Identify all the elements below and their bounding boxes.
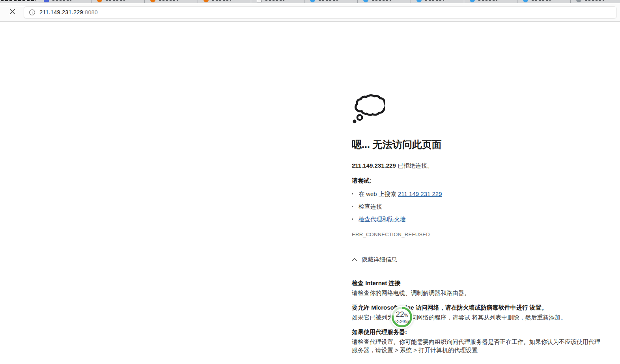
tab-title-sliver: [1, 0, 36, 1]
tab-title-sliver: [585, 0, 604, 1]
tab-title-sliver: [478, 0, 497, 1]
browser-tab-sliver[interactable]: [0, 0, 38, 3]
detail-body-firewall: 如果它已被列为允许访问网络的程序，请尝试 将其从列表中删除，然后重新添加。: [352, 313, 603, 321]
favicon-blue-square-icon: [44, 0, 49, 2]
suggestion-text: 在 web 上搜索 211 149 231 229: [359, 190, 442, 198]
bullet-icon: [352, 206, 353, 207]
download-progress-content: 22% ↑0.04K/s: [394, 309, 410, 325]
browser-tab-sliver[interactable]: [517, 0, 571, 3]
browser-tab-sliver[interactable]: [92, 0, 145, 3]
hide-details-button[interactable]: 隐藏详细信息: [352, 256, 397, 263]
detail-body-internet: 请检查你的网络电缆、调制解调器和路由器。: [352, 289, 603, 297]
tab-title-sliver: [425, 0, 444, 1]
tab-title-sliver: [532, 0, 551, 1]
suggestion-check-proxy: 检查代理和防火墙: [352, 215, 406, 223]
favicon-blue-icon: [310, 0, 315, 2]
url-port: :8080: [83, 9, 98, 15]
favicon-orange-icon: [204, 0, 209, 2]
stop-loading-button[interactable]: [6, 6, 19, 19]
suggestion-search-web: 在 web 上搜索 211 149 231 229: [352, 190, 442, 198]
bullet-icon: [352, 218, 353, 220]
tab-title-sliver: [106, 0, 125, 1]
browser-tab-sliver[interactable]: [251, 0, 304, 3]
browser-tab-sliver[interactable]: [145, 0, 198, 3]
x-icon: [9, 8, 16, 16]
favicon-blue-icon: [363, 0, 368, 2]
tab-title-sliver: [265, 0, 284, 1]
thought-cloud-icon: [352, 93, 385, 126]
tab-title-sliver: [159, 0, 178, 1]
download-speed: ↑0.04K/s: [395, 319, 409, 324]
hide-details-label: 隐藏详细信息: [362, 256, 397, 263]
browser-toolbar: 211.149.231.229:8080: [0, 3, 620, 22]
bullet-icon: [352, 193, 353, 194]
site-info-icon[interactable]: [29, 9, 35, 16]
browser-tab-sliver[interactable]: [571, 0, 620, 3]
tab-strip: [0, 0, 620, 3]
browser-tab-sliver[interactable]: [38, 0, 92, 3]
tab-title-sliver: [372, 0, 391, 1]
error-subtitle: 211.149.231.229 已拒绝连接。: [352, 162, 433, 170]
suggestion-text: 检查连接: [359, 202, 382, 211]
favicon-orange-icon: [97, 0, 102, 2]
tab-title-sliver: [212, 0, 231, 1]
detail-heading-internet: 检查 Internet 连接: [352, 279, 400, 287]
browser-tab-sliver[interactable]: [464, 0, 517, 3]
error-title: 嗯... 无法访问此页面: [352, 139, 442, 150]
favicon-blue-icon: [523, 0, 528, 2]
browser-tab-sliver[interactable]: [358, 0, 411, 3]
suggestion-check-connection: 检查连接: [352, 202, 382, 211]
check-proxy-firewall-link[interactable]: 检查代理和防火墙: [359, 215, 406, 223]
refused-text: 已拒绝连接。: [396, 162, 433, 169]
tab-title-sliver: [319, 0, 338, 1]
favicon-gray-doc-icon: [257, 0, 262, 2]
address-bar[interactable]: 211.149.231.229:8080: [24, 6, 617, 19]
favicon-blue-icon: [470, 0, 475, 2]
download-progress-badge[interactable]: 22% ↑0.04K/s: [390, 306, 413, 329]
detail-heading-proxy: 如果使用代理服务器:: [352, 328, 407, 336]
browser-tab-sliver[interactable]: [304, 0, 358, 3]
url-text: 211.149.231.229:8080: [39, 9, 98, 15]
url-host: 211.149.231.229: [39, 9, 83, 15]
detail-body-proxy: 请检查代理设置。你可能需要向组织询问代理服务器是否正在工作。如果你认为不应该使用…: [352, 338, 603, 354]
refused-host: 211.149.231.229: [352, 162, 396, 169]
chevron-up-icon: [352, 258, 357, 261]
try-heading: 请尝试:: [352, 177, 372, 185]
tab-title-sliver: [52, 0, 71, 1]
browser-tab-sliver[interactable]: [411, 0, 464, 3]
search-ip-link[interactable]: 211 149 231 229: [398, 190, 442, 197]
detail-heading-firewall: 要允许 Microsoft Edge 访问网络，请在防火墙或防病毒软件中进行 设…: [352, 304, 547, 312]
favicon-blue-icon: [416, 0, 422, 2]
favicon-gray-icon: [576, 0, 581, 2]
error-page: 嗯... 无法访问此页面 211.149.231.229 已拒绝连接。 请尝试:…: [0, 22, 620, 364]
favicon-orange-icon: [150, 0, 155, 2]
browser-tab-sliver[interactable]: [198, 0, 251, 3]
error-code: ERR_CONNECTION_REFUSED: [352, 231, 430, 237]
download-percent: 22%: [396, 310, 408, 319]
